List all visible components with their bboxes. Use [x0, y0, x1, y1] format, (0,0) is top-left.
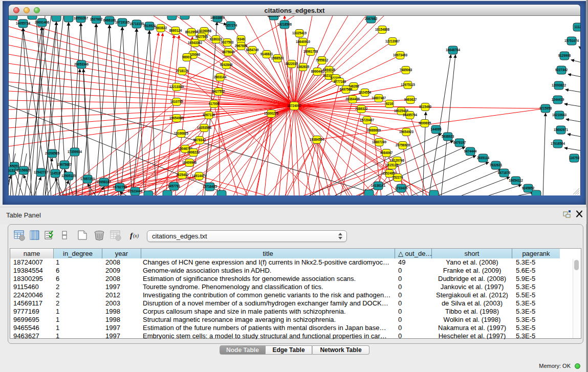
svg-text:17016504: 17016504	[551, 142, 565, 145]
svg-text:3875645: 3875645	[222, 50, 235, 54]
svg-text:16210643: 16210643	[552, 113, 567, 117]
svg-text:417006: 417006	[208, 102, 220, 105]
svg-text:9245652: 9245652	[522, 186, 535, 190]
svg-text:16782759: 16782759	[113, 185, 127, 189]
svg-text:116753: 116753	[569, 156, 580, 160]
svg-text:2087682: 2087682	[365, 17, 378, 20]
svg-text:14055724: 14055724	[16, 21, 31, 25]
svg-text:9327508: 9327508	[195, 35, 208, 38]
svg-text:1362635: 1362635	[297, 65, 310, 69]
svg-text:16713155: 16713155	[129, 22, 144, 26]
svg-text:12156829: 12156829	[16, 168, 31, 172]
svg-text:8427552: 8427552	[212, 90, 225, 93]
svg-text:7485063: 7485063	[400, 68, 412, 72]
svg-text:17359934: 17359934	[68, 150, 82, 154]
svg-text:20053346: 20053346	[74, 62, 89, 66]
svg-text:16553267: 16553267	[74, 16, 89, 20]
svg-text:1615132: 1615132	[386, 163, 399, 167]
svg-text:8660124: 8660124	[169, 29, 182, 32]
svg-text:19384554: 19384554	[310, 138, 324, 141]
svg-text:15692971: 15692971	[554, 128, 569, 132]
svg-text:18640910: 18640910	[296, 40, 311, 43]
svg-text:6494028: 6494028	[323, 68, 336, 72]
svg-text:7625402: 7625402	[176, 173, 189, 177]
svg-text:14495794: 14495794	[403, 113, 418, 117]
svg-text:15720407: 15720407	[360, 118, 375, 122]
svg-text:9084067: 9084067	[380, 151, 393, 155]
svg-text:39151: 39151	[9, 169, 15, 172]
svg-text:9327503: 9327503	[221, 40, 234, 44]
svg-text:1112: 1112	[574, 25, 580, 29]
svg-text:15716485: 15716485	[203, 185, 217, 188]
svg-text:1588520: 1588520	[271, 56, 284, 60]
svg-text:12213967: 12213967	[385, 39, 400, 43]
svg-text:1498222: 1498222	[187, 150, 200, 154]
svg-text:9129906: 9129906	[558, 54, 571, 57]
svg-text:16033809: 16033809	[210, 16, 225, 19]
svg-text:1733426: 1733426	[395, 186, 408, 190]
svg-text:9115460: 9115460	[419, 105, 432, 108]
svg-text:9242848: 9242848	[220, 63, 233, 67]
svg-text:10654112: 10654112	[509, 179, 523, 182]
svg-text:1610755: 1610755	[170, 100, 183, 103]
svg-text:16961758: 16961758	[303, 50, 318, 53]
svg-text:8990443: 8990443	[311, 70, 324, 73]
svg-text:12213349: 12213349	[169, 85, 184, 89]
svg-text:9463627: 9463627	[404, 98, 417, 101]
svg-text:5938923: 5938923	[442, 135, 454, 138]
svg-text:3267130: 3267130	[203, 113, 215, 117]
svg-text:114519: 114519	[50, 171, 61, 175]
svg-text:8454749: 8454749	[246, 48, 259, 52]
svg-text:3024554: 3024554	[359, 91, 372, 94]
svg-text:20691406: 20691406	[35, 20, 50, 24]
svg-text:19654923: 19654923	[399, 130, 414, 134]
svg-text:98901: 98901	[182, 55, 191, 59]
svg-text:19166825: 19166825	[174, 132, 189, 135]
svg-text:7386322: 7386322	[355, 107, 368, 111]
svg-text:20756928: 20756928	[396, 143, 410, 147]
svg-text:(x): (x)	[133, 233, 139, 239]
svg-text:6216: 6216	[386, 102, 394, 105]
svg-text:9227342: 9227342	[555, 68, 568, 72]
svg-text:12505135: 12505135	[61, 174, 76, 178]
svg-text:144095: 144095	[430, 127, 442, 131]
svg-text:5878342: 5878342	[193, 138, 206, 142]
svg-text:19654985: 19654985	[169, 116, 184, 120]
svg-text:15300275: 15300275	[264, 112, 279, 115]
svg-text:7357274: 7357274	[225, 24, 237, 27]
svg-text:7955812: 7955812	[316, 58, 329, 62]
svg-text:20364436: 20364436	[345, 97, 360, 101]
svg-text:12923446: 12923446	[128, 189, 143, 193]
svg-text:13325419: 13325419	[292, 31, 307, 35]
svg-text:2935114: 2935114	[477, 156, 490, 160]
svg-text:10973493: 10973493	[393, 53, 408, 57]
svg-text:9699695: 9699695	[419, 121, 431, 125]
svg-text:18807249: 18807249	[372, 140, 387, 144]
svg-text:6479197: 6479197	[453, 141, 466, 144]
svg-text:9474444: 9474444	[464, 149, 477, 153]
svg-text:10807487: 10807487	[372, 96, 386, 100]
svg-text:18724007: 18724007	[287, 104, 302, 107]
svg-text:252274: 252274	[392, 176, 403, 179]
svg-text:9146821: 9146821	[260, 52, 273, 56]
svg-text:10688609: 10688609	[366, 128, 381, 132]
svg-text:19975887: 19975887	[57, 163, 72, 166]
svg-text:10154808: 10154808	[375, 28, 390, 31]
svg-text:12975115: 12975115	[401, 83, 415, 86]
svg-text:2718176: 2718176	[176, 69, 189, 73]
svg-text:15751074: 15751074	[564, 39, 579, 42]
svg-text:9457791: 9457791	[168, 184, 181, 188]
svg-text:20206565: 20206565	[45, 151, 60, 155]
svg-text:12942737: 12942737	[34, 170, 49, 174]
svg-text:7663822: 7663822	[155, 26, 167, 30]
svg-text:6497568: 6497568	[340, 87, 353, 91]
svg-text:9777169: 9777169	[334, 80, 346, 83]
svg-text:2967608: 2967608	[235, 44, 248, 48]
svg-text:16409948: 16409948	[182, 161, 197, 164]
svg-text:10719185: 10719185	[115, 20, 130, 24]
svg-text:1244419: 1244419	[552, 98, 564, 101]
svg-text:14353594: 14353594	[197, 126, 212, 129]
svg-text:1527602: 1527602	[90, 17, 103, 21]
svg-text:6466160: 6466160	[103, 18, 116, 22]
svg-text:8912954: 8912954	[185, 30, 198, 34]
